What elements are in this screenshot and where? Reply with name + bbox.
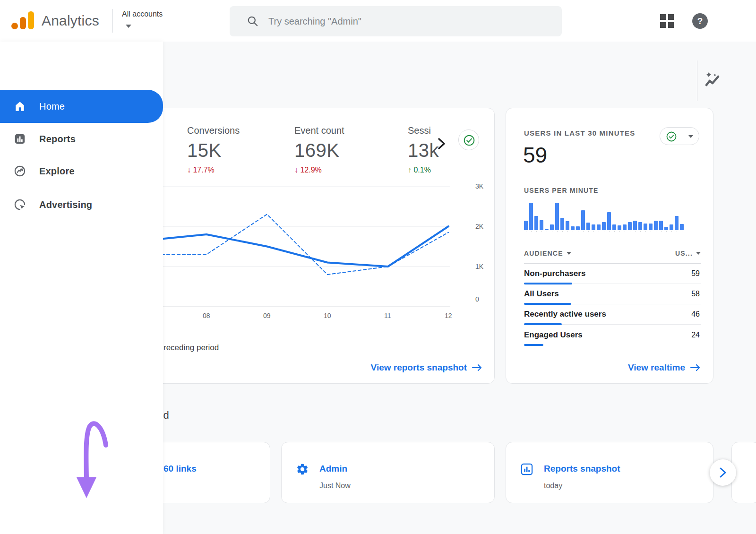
realtime-title: USERS IN LAST 30 MINUTES	[524, 129, 636, 137]
insights-sparkline-icon[interactable]	[703, 71, 722, 90]
audience-users-count: 59	[691, 269, 700, 278]
users-per-minute-bar	[597, 224, 601, 230]
recent-card-reports-snapshot[interactable]: Reports snapshot today	[506, 442, 713, 503]
top-app-bar: Analytics All accounts ?	[0, 0, 756, 42]
chevron-right-icon	[718, 467, 728, 478]
sidebar-item-reports[interactable]: Reports	[0, 124, 163, 154]
view-realtime-link[interactable]: View realtime	[628, 362, 701, 373]
audience-row: Non-purchasers 59	[524, 264, 701, 284]
audience-sort-header[interactable]: AUDIENCE	[524, 250, 571, 257]
users-last-30-min-value: 59	[523, 142, 547, 168]
ga-home-page: Analytics All accounts ? Conversions 15K…	[0, 0, 756, 534]
audience-row: All Users 58	[524, 284, 701, 304]
search-icon	[247, 15, 259, 27]
topbar-divider	[112, 9, 113, 33]
users-per-minute-label: USERS PER MINUTE	[524, 187, 599, 194]
audience-table-header: AUDIENCE US...	[524, 243, 701, 264]
svg-text:0: 0	[475, 295, 479, 303]
chevron-down-icon	[688, 135, 693, 138]
metric-3: Sessi 13k ↑ 0.1%	[408, 125, 512, 174]
users-per-minute-bar	[576, 226, 580, 230]
account-switcher[interactable]: All accounts	[122, 10, 163, 18]
metrics-check-circle-button[interactable]	[458, 129, 479, 150]
check-circle-icon	[463, 134, 475, 146]
svg-text:08: 08	[203, 312, 210, 319]
links-card-label[interactable]: 60 links	[163, 464, 197, 474]
users-per-minute-bar	[602, 222, 606, 230]
nav-drawer: Home Reports Explore Advertising Admin	[0, 42, 163, 534]
metric-value: 169K	[294, 140, 398, 161]
audience-name: Engaged Users	[524, 330, 583, 340]
sidebar-item-label: Reports	[39, 134, 76, 145]
users-per-minute-bar	[659, 221, 663, 230]
users-per-minute-bar	[628, 222, 632, 230]
metric-delta: ↑ 0.1%	[408, 166, 512, 174]
svg-text:3K: 3K	[475, 182, 484, 190]
sidebar-item-explore[interactable]: Explore	[0, 156, 163, 186]
search-input[interactable]	[268, 6, 552, 36]
metrics-next-chevron-icon[interactable]	[434, 137, 448, 151]
metric-1: Conversions 15K ↓ 17.7%	[187, 125, 291, 174]
users-per-minute-bar	[586, 223, 590, 230]
audience-row: Recently active users 46	[524, 304, 701, 325]
audience-name: Recently active users	[524, 310, 606, 319]
users-per-minute-bar	[534, 216, 538, 230]
users-per-minute-bar	[623, 224, 627, 230]
check-circle-icon	[666, 131, 677, 142]
svg-text:09: 09	[263, 312, 271, 319]
users-per-minute-bar	[664, 227, 668, 230]
metric-delta: ↓ 12.9%	[294, 166, 398, 174]
audience-progress-bar	[524, 283, 572, 284]
users-per-minute-bar	[581, 210, 585, 230]
audience-progress-bar	[524, 323, 562, 325]
users-per-minute-bar-chart	[524, 203, 685, 230]
admin-card-timestamp: Just Now	[319, 482, 351, 490]
users-per-minute-bar	[540, 220, 543, 230]
users-per-minute-bar	[560, 218, 564, 230]
gear-icon	[296, 463, 309, 476]
users-per-minute-bar	[633, 221, 637, 230]
recent-cards-next-button[interactable]	[710, 459, 736, 486]
metric-label: Conversions	[187, 125, 291, 136]
home-icon	[14, 100, 26, 112]
realtime-check-dropdown-button[interactable]	[660, 127, 699, 145]
sort-caret-icon	[696, 252, 701, 255]
users-sort-header[interactable]: US...	[675, 250, 701, 257]
users-per-minute-bar	[524, 221, 528, 230]
view-reports-snapshot-link[interactable]: View reports snapshot	[371, 362, 483, 373]
audience-row: Engaged Users 24	[524, 325, 701, 345]
recent-card-admin[interactable]: Admin Just Now	[281, 442, 495, 503]
realtime-users-card: USERS IN LAST 30 MINUTES 59 USERS PER MI…	[506, 108, 713, 384]
svg-text:2K: 2K	[475, 223, 484, 230]
sidebar-item-label: Home	[39, 101, 65, 112]
users-per-minute-bar	[571, 226, 575, 230]
sidebar-item-label: Advertising	[39, 199, 92, 210]
metric-value: 15K	[187, 140, 291, 161]
users-per-minute-bar	[612, 224, 616, 230]
account-caret-down-icon[interactable]	[126, 25, 131, 28]
metric-2: Event count 169K ↓ 12.9%	[294, 125, 398, 174]
google-apps-grid-icon[interactable]	[660, 14, 674, 28]
users-per-minute-bar	[675, 216, 679, 230]
snapshot-card-label[interactable]: Reports snapshot	[544, 464, 620, 474]
svg-text:1K: 1K	[475, 263, 484, 270]
search-bar[interactable]	[230, 6, 562, 36]
bar-chart-ticks	[524, 231, 685, 232]
sidebar-item-advertising[interactable]: Advertising	[0, 189, 163, 220]
advertising-icon	[14, 198, 26, 211]
metric-label: Event count	[294, 125, 398, 136]
sidebar-item-home[interactable]: Home	[0, 90, 163, 123]
bar-chart-icon	[520, 463, 533, 476]
sort-caret-icon	[567, 252, 571, 255]
audience-progress-bar	[524, 344, 543, 346]
users-per-minute-bar	[545, 229, 549, 230]
snapshot-card-timestamp: today	[544, 482, 620, 490]
admin-card-label[interactable]: Admin	[319, 464, 351, 474]
svg-text:11: 11	[384, 312, 391, 319]
audience-name: Non-purchasers	[524, 269, 585, 278]
explore-icon	[14, 165, 26, 177]
sidebar-item-label: Explore	[39, 166, 75, 177]
help-icon[interactable]: ?	[692, 13, 708, 29]
users-per-minute-bar	[607, 212, 611, 230]
users-per-minute-bar	[680, 224, 684, 230]
